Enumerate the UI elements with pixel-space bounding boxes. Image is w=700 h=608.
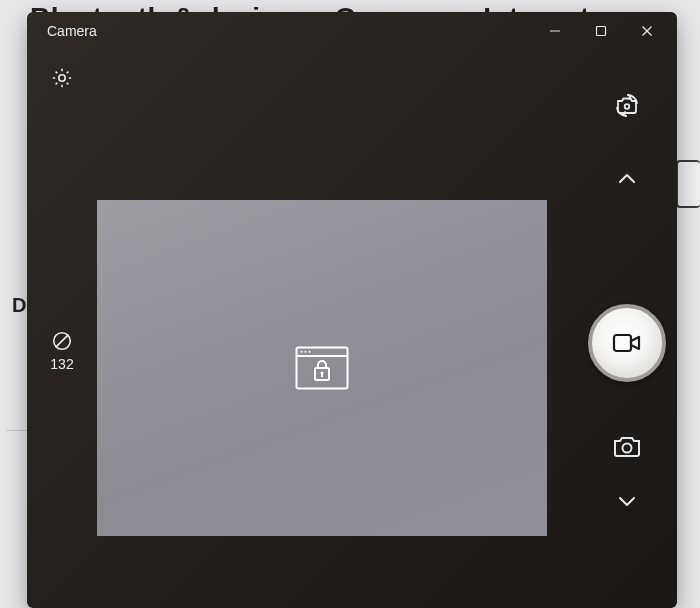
camera-icon xyxy=(612,433,642,459)
capture-button[interactable] xyxy=(588,304,666,382)
gear-icon xyxy=(50,66,74,90)
svg-point-9 xyxy=(301,351,303,353)
window-title: Camera xyxy=(47,23,97,39)
left-toolbar: 132 xyxy=(27,50,97,608)
video-icon xyxy=(612,332,642,354)
exposure-value: 132 xyxy=(50,356,73,372)
switch-camera-button[interactable] xyxy=(612,90,642,120)
switch-camera-icon xyxy=(612,90,642,120)
photo-mode-button[interactable] xyxy=(611,430,643,462)
camera-app-window: Camera xyxy=(27,12,677,608)
svg-rect-1 xyxy=(597,27,606,36)
minimize-button[interactable] xyxy=(533,16,577,46)
mode-scroll-up[interactable] xyxy=(612,164,642,194)
right-toolbar xyxy=(577,50,677,608)
svg-point-4 xyxy=(59,75,65,81)
privacy-locked-placeholder xyxy=(295,346,349,390)
svg-point-10 xyxy=(305,351,307,353)
svg-rect-16 xyxy=(614,335,631,351)
bg-divider xyxy=(6,430,28,431)
exposure-button[interactable]: 132 xyxy=(50,330,73,372)
mode-scroll-down[interactable] xyxy=(612,486,642,516)
chevron-down-icon xyxy=(618,495,636,507)
settings-button[interactable] xyxy=(50,66,74,90)
chevron-up-icon xyxy=(618,173,636,185)
bg-left-char: D xyxy=(12,294,26,317)
svg-point-15 xyxy=(625,104,630,109)
maximize-button[interactable] xyxy=(579,16,623,46)
titlebar: Camera xyxy=(27,12,677,50)
exposure-icon xyxy=(51,330,73,352)
svg-point-11 xyxy=(309,351,311,353)
svg-line-6 xyxy=(56,335,69,348)
app-body: 132 xyxy=(27,50,677,608)
center-area xyxy=(97,50,577,608)
window-controls xyxy=(533,16,669,46)
camera-viewfinder xyxy=(97,200,547,536)
close-button[interactable] xyxy=(625,16,669,46)
window-lock-icon xyxy=(295,346,349,390)
bg-right-block xyxy=(676,160,700,208)
svg-point-17 xyxy=(623,444,632,453)
